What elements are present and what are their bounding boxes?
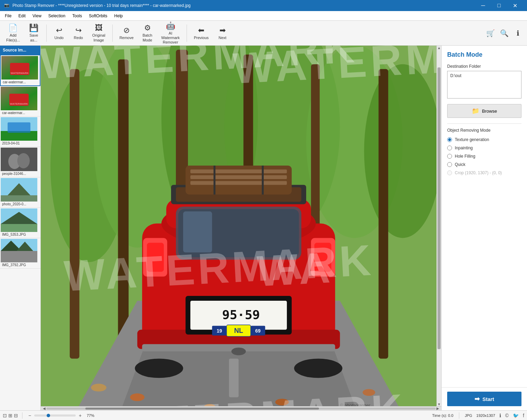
radio-texture-item[interactable]: Texture generation [447, 136, 521, 144]
svg-rect-52 [190, 175, 287, 179]
title-bar: 📷 Photo Stamp Remover - ****Unregistered… [0, 0, 527, 11]
maximize-button[interactable]: □ [491, 0, 507, 11]
batch-mode-button[interactable]: ⚙ BatchMode [139, 23, 157, 44]
info-icon[interactable]: ℹ [499, 413, 501, 418]
source-item-2[interactable]: 2019-04-01 [0, 116, 40, 147]
source-item-4[interactable]: photo_2020-0... [0, 177, 40, 208]
thumb-5 [1, 208, 37, 232]
menu-softorbits[interactable]: SoftOrbits [85, 12, 111, 20]
source-item-label-2: 2019-04-01 [1, 141, 40, 146]
source-panel-items[interactable]: WATERMARK car-watermar... WATERMARK car-… [0, 55, 40, 410]
source-item-6[interactable]: IMG_3792.JPG [0, 238, 40, 269]
search-button[interactable]: 🔍 [498, 27, 510, 39]
menu-help[interactable]: Help [111, 12, 126, 20]
vscroll-thumb[interactable] [437, 67, 441, 349]
destination-folder-value[interactable]: D:\out [447, 71, 521, 99]
cart-button[interactable]: 🛒 [484, 27, 497, 39]
save-as-label: Saveas... [29, 33, 38, 42]
radio-quick-item[interactable]: Quick [447, 160, 521, 169]
hscroll-right-button[interactable]: ▶ [436, 407, 440, 410]
batch-mode-title: Batch Mode [442, 46, 527, 61]
vscroll-up-button[interactable]: ▲ [437, 46, 441, 50]
browse-button[interactable]: 📁 Browse [447, 104, 521, 118]
menu-view[interactable]: View [29, 12, 45, 20]
zoom-plus-button[interactable]: + [77, 413, 83, 418]
facebook-icon[interactable]: f [523, 413, 524, 418]
svg-point-11 [17, 153, 30, 168]
menu-file[interactable]: File [1, 12, 15, 20]
menu-edit[interactable]: Edit [15, 12, 29, 20]
svg-point-43 [91, 384, 106, 391]
thumb-svg-1: WATERMARK [1, 87, 37, 110]
image-canvas[interactable]: 95·59 19 NL 69 © photographer [41, 46, 436, 406]
remove-label: Remove [120, 36, 134, 40]
add-files-button[interactable]: 📄 AddFile(s)... [3, 23, 23, 44]
hscroll-left-button[interactable]: ◀ [42, 407, 46, 410]
svg-rect-34 [378, 69, 388, 359]
radio-inpainting[interactable] [447, 146, 452, 150]
browse-folder-icon: 📁 [472, 107, 479, 115]
thumb-svg-6 [1, 239, 37, 262]
source-item-label-4: photo_2020-0... [1, 202, 40, 207]
ai-watermark-remover-button[interactable]: 🤖 AIWatermarkRemover [158, 23, 183, 44]
zoom-minus-button[interactable]: − [27, 413, 33, 418]
hscroll-thumb[interactable] [85, 408, 319, 410]
undo-button[interactable]: ↩ Undo [50, 23, 68, 44]
status-divider-2 [459, 412, 459, 419]
start-arrow-icon: ➡ [474, 395, 480, 403]
info-button[interactable]: ℹ [512, 27, 524, 39]
minimize-button[interactable]: ─ [475, 0, 491, 11]
previous-button[interactable]: ⬅ Previous [190, 23, 212, 44]
close-button[interactable]: ✕ [507, 0, 523, 11]
add-files-icon: 📄 [8, 24, 18, 32]
svg-text:69: 69 [255, 328, 261, 334]
radio-crop[interactable] [447, 170, 452, 175]
menu-tools[interactable]: Tools [69, 12, 85, 20]
source-item-1[interactable]: WATERMARK car-watermar... [0, 86, 40, 116]
share-icon[interactable]: © [505, 413, 509, 418]
zoom-fit-icon[interactable]: ⊟ [14, 413, 18, 418]
vscroll-down-button[interactable]: ▼ [437, 402, 441, 406]
next-button[interactable]: ➡ Next [214, 23, 232, 44]
object-removing-mode-label: Object Removing Mode [442, 127, 527, 136]
svg-rect-51 [190, 169, 287, 173]
radio-inpainting-item[interactable]: Inpainting [447, 144, 521, 152]
menu-selection[interactable]: Selection [45, 12, 69, 20]
undo-label: Undo [55, 36, 64, 40]
next-icon: ➡ [219, 26, 226, 35]
source-item-label-1: car-watermar... [1, 110, 40, 115]
thumb-svg-2 [1, 117, 37, 141]
radio-texture[interactable] [447, 137, 452, 142]
twitter-icon[interactable]: 🐦 [513, 413, 519, 418]
zoom-track[interactable] [34, 414, 76, 417]
svg-text:WATERMARK: WATERMARK [10, 102, 28, 105]
zoom-thumb[interactable] [47, 414, 50, 417]
canvas-vscroll[interactable]: ▲ ▼ [436, 46, 441, 406]
save-as-button[interactable]: 💾 Saveas... [25, 23, 43, 44]
radio-quick[interactable] [447, 162, 452, 167]
fit-to-window-icon[interactable]: ⊡ [3, 413, 7, 418]
actual-size-icon[interactable]: ⊞ [8, 413, 12, 418]
radio-holefilling[interactable] [447, 154, 452, 159]
radio-quick-label: Quick [455, 162, 465, 167]
original-image-button[interactable]: 🖼 OriginalImage [89, 23, 109, 44]
remove-button[interactable]: ⊘ Remove [116, 23, 137, 44]
svg-text:WATERMARK: WATERMARK [11, 72, 29, 75]
source-item-3[interactable]: people-31046... [0, 147, 40, 177]
start-button[interactable]: ➡ Start [447, 392, 521, 406]
source-item-0[interactable]: WATERMARK car-watermar... [0, 55, 40, 86]
right-panel: Batch Mode Destination Folder D:\out 📁 B… [441, 46, 527, 410]
remove-icon: ⊘ [123, 26, 130, 35]
previous-icon: ⬅ [198, 26, 204, 35]
radio-holefilling-item[interactable]: Hole Filling [447, 152, 521, 160]
window-controls: ─ □ ✕ [475, 0, 523, 11]
thumb-svg-0: WATERMARK [1, 56, 38, 80]
redo-button[interactable]: ↪ Redo [69, 23, 87, 44]
status-bar-icons: ⊡ ⊞ ⊟ [3, 413, 18, 418]
svg-point-74 [232, 347, 246, 355]
thumb-0: WATERMARK [1, 56, 38, 80]
radio-crop-item[interactable]: Crop (1920, 1307) - (0, 0) [447, 169, 521, 177]
source-item-5[interactable]: IMG_5353.JPG [0, 208, 40, 238]
svg-point-76 [294, 358, 342, 378]
canvas-hscrollbar[interactable]: ◀ ▶ [41, 406, 441, 410]
